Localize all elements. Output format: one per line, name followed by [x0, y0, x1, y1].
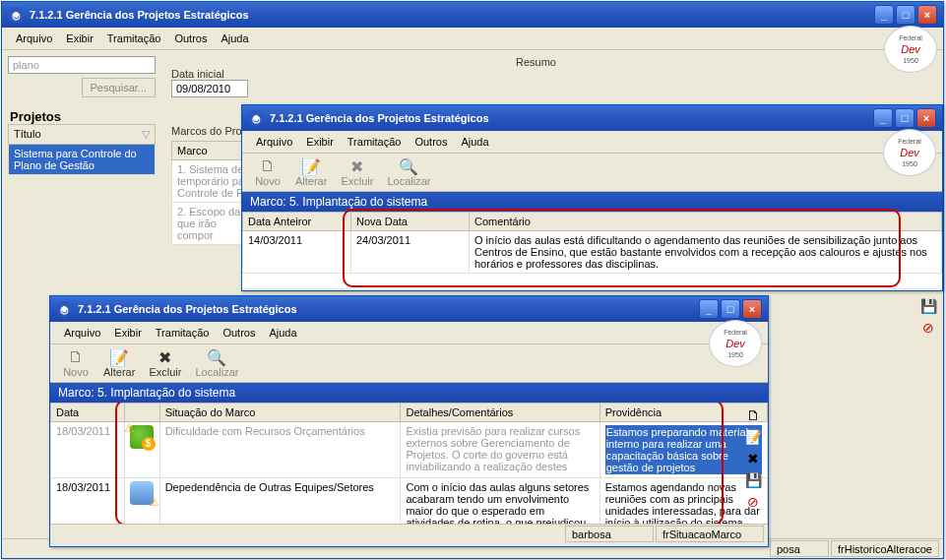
cell-situacao: Depedendência de Outras Equipes/Setores [159, 478, 401, 525]
cell-providencia: Estamos preparando material interno para… [599, 422, 767, 478]
status-user: barbosa [565, 526, 654, 542]
cancel-icon[interactable]: ⊘ [744, 493, 762, 511]
menu-tramitacao[interactable]: Tramitação [101, 31, 167, 46]
menu-arquivo[interactable]: Arquivo [250, 134, 298, 150]
cancel-icon[interactable]: ⊘ [919, 319, 937, 337]
status-form: frHistoricoAlteracoe [831, 540, 939, 557]
table-row[interactable]: 18/03/2011 Dificuldade com Recursos Orça… [51, 422, 768, 478]
menu-arquivo[interactable]: Arquivo [10, 31, 58, 46]
save-icon[interactable]: 💾 [919, 297, 937, 315]
window-title: 7.1.2.1 Gerência dos Projetos Estratégic… [78, 303, 699, 315]
menubar[interactable]: Arquivo Exibir Tramitação Outros Ajuda F… [50, 322, 768, 344]
col-situacao[interactable]: Situação do Marco [159, 404, 401, 422]
cell-data: 18/03/2011 [51, 478, 125, 525]
plano-input[interactable]: plano [8, 56, 156, 74]
excluir-button[interactable]: ✖Excluir [143, 346, 187, 380]
cell-detalhes: Com o início das aulas alguns setores ac… [401, 478, 599, 525]
maximize-button[interactable]: □ [721, 299, 740, 319]
novo-button[interactable]: 🗋Novo [248, 156, 287, 189]
minimize-button[interactable]: _ [699, 299, 719, 319]
close-button[interactable]: × [916, 108, 936, 128]
detail-window-1: ◎ 7.1.2.1 Gerência dos Projetos Estratég… [241, 104, 943, 291]
label-resumo: Resumo [516, 56, 556, 68]
titlebar[interactable]: ◎ 7.1.2.1 Gerência dos Projetos Estratég… [2, 2, 943, 28]
col-data[interactable]: Data [51, 404, 125, 422]
detail-window-2: ◎ 7.1.2.1 Gerência dos Projetos Estratég… [49, 295, 769, 547]
statusbar: barbosa frSituacaoMarco [50, 524, 768, 543]
edit-icon[interactable]: 📝 [744, 428, 762, 446]
table-row[interactable]: 18/03/2011 Depedendência de Outras Equip… [51, 478, 768, 525]
menu-tramitacao[interactable]: Tramitação [342, 134, 408, 150]
projetos-label: Projetos [8, 105, 156, 124]
menu-outros[interactable]: Outros [168, 31, 213, 46]
cell-situacao: Dificuldade com Recursos Orçamentários [159, 422, 401, 478]
minimize-button[interactable]: _ [873, 108, 893, 128]
menubar[interactable]: Arquivo Exibir Tramitação Outros Ajuda F… [2, 28, 943, 50]
window-title: 7.1.2.1 Gerência dos Projetos Estratégic… [270, 112, 873, 124]
cell-detalhes: Existia previsão para realizar cursos ex… [401, 422, 599, 478]
localizar-button[interactable]: 🔍Localizar [381, 156, 436, 189]
menubar[interactable]: Arquivo Exibir Tramitação Outros Ajuda F… [242, 131, 942, 154]
col-providencia[interactable]: Providência [599, 404, 767, 422]
menu-ajuda[interactable]: Ajuda [215, 31, 254, 46]
team-warning-icon [130, 481, 154, 505]
menu-outros[interactable]: Outros [409, 134, 453, 150]
menu-exibir[interactable]: Exibir [60, 31, 99, 46]
col-data-anterior[interactable]: Data Anteiror [243, 213, 351, 231]
status-user: posa [770, 540, 829, 557]
close-button[interactable]: × [742, 299, 762, 319]
app-icon: ◎ [56, 301, 72, 317]
maximize-button[interactable]: □ [896, 5, 915, 25]
money-warning-icon [130, 425, 154, 449]
alterar-button[interactable]: 📝Alterar [289, 156, 333, 189]
col-nova-data[interactable]: Nova Data [351, 213, 470, 231]
maximize-button[interactable]: □ [895, 108, 914, 128]
cell-icon [124, 478, 159, 525]
label-data-inicial: Data inicial [171, 68, 248, 80]
titlebar[interactable]: ◎ 7.1.2.1 Gerência dos Projetos Estratég… [242, 105, 942, 131]
cell-providencia: Estamos agendando novas reuniões com as … [599, 478, 767, 525]
cell-data-anterior[interactable]: 14/03/2011 [243, 231, 351, 274]
excluir-button[interactable]: ✖Excluir [335, 156, 379, 189]
col-comentario[interactable]: Comentário [470, 213, 942, 231]
cell-comentario[interactable]: O início das aulas está dificultando o a… [470, 231, 942, 274]
project-row[interactable]: Sistema para Controle do Plano de Gestão [9, 145, 156, 175]
app-icon: ◎ [248, 110, 264, 126]
menu-arquivo[interactable]: Arquivo [58, 325, 106, 341]
cell-icon [124, 422, 159, 478]
marco-subtitle: Marco: 5. Implantação do sistema [242, 192, 942, 212]
localizar-button[interactable]: 🔍Localizar [189, 346, 244, 380]
col-detalhes[interactable]: Detalhes/Comentários [401, 404, 599, 422]
status-form: frSituacaoMarco [656, 526, 764, 542]
menu-exibir[interactable]: Exibir [108, 325, 148, 341]
minimize-button[interactable]: _ [874, 5, 894, 25]
close-button[interactable]: × [917, 5, 937, 25]
logo: Federal Dev 1950 [709, 320, 762, 367]
menu-ajuda[interactable]: Ajuda [263, 325, 302, 341]
menu-exibir[interactable]: Exibir [300, 134, 340, 150]
side-toolbar: 🗋 📝 ✖ 💾 ⊘ [744, 406, 762, 511]
menu-outros[interactable]: Outros [217, 325, 261, 341]
logo: Federal Dev 1950 [884, 26, 937, 73]
delete-icon[interactable]: ✖ [744, 450, 762, 467]
new-doc-icon[interactable]: 🗋 [744, 406, 762, 424]
cell-data: 18/03/2011 [51, 422, 125, 478]
toolbar: 🗋Novo 📝Alterar ✖Excluir 🔍Localizar [50, 344, 768, 383]
window-title: 7.1.2.1 Gerência dos Projetos Estratégic… [30, 9, 874, 21]
data-inicial-field[interactable]: 09/08/2010 [171, 80, 248, 97]
toolbar: 🗋Novo 📝Alterar ✖Excluir 🔍Localizar [242, 154, 942, 192]
marco-subtitle: Marco: 5. Implantação do sistema [50, 383, 768, 403]
titlebar[interactable]: ◎ 7.1.2.1 Gerência dos Projetos Estratég… [50, 296, 768, 322]
save-icon[interactable]: 💾 [744, 471, 762, 489]
menu-tramitacao[interactable]: Tramitação [150, 325, 216, 341]
col-titulo[interactable]: Título ▽ [9, 125, 156, 145]
menu-ajuda[interactable]: Ajuda [455, 134, 494, 150]
logo: Federal Dev 1950 [883, 129, 936, 176]
alterar-button[interactable]: 📝Alterar [97, 346, 141, 380]
novo-button[interactable]: 🗋Novo [56, 346, 95, 380]
pesquisar-button[interactable]: Pesquisar... [82, 78, 156, 97]
cell-nova-data[interactable]: 24/03/2011 [351, 231, 470, 274]
app-icon: ◎ [8, 7, 24, 23]
col-icon [124, 404, 159, 422]
